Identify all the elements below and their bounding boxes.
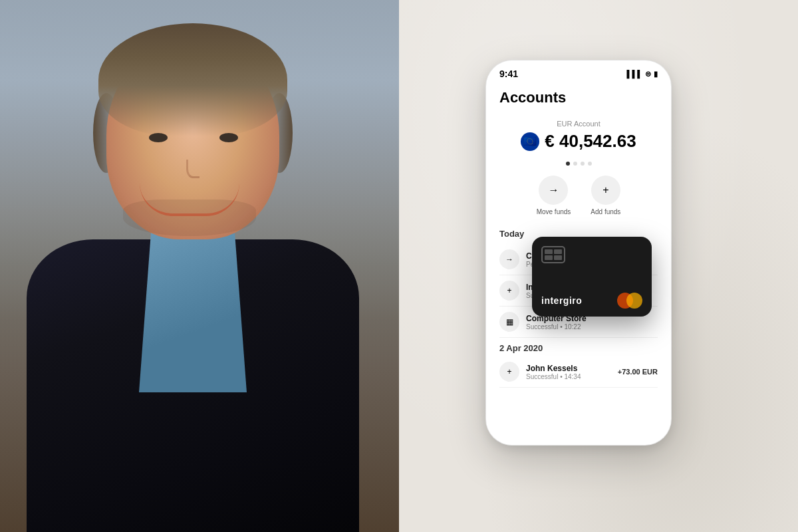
payment-card: intergiro [532, 237, 652, 317]
eur-amount-row: 🇪🇺 € 40,542.63 [499, 131, 658, 152]
card-chip-icon [541, 246, 565, 263]
signal-icon: ▌▌▌ [627, 70, 642, 78]
battery-icon: ▮ [654, 70, 658, 78]
right-section: 9:41 ▌▌▌ ⊜ ▮ Accounts EUR Account 🇪🇺 € 4… [399, 0, 798, 532]
tx-icon-old: + [499, 362, 519, 382]
eu-flag-icon: 🇪🇺 [521, 132, 539, 151]
eur-account-label: EUR Account [499, 120, 658, 128]
status-time: 9:41 [499, 68, 518, 79]
dot-3 [581, 162, 585, 166]
add-funds-label: Add funds [591, 208, 620, 215]
add-funds-button[interactable]: + Add funds [591, 176, 620, 215]
dot-4 [588, 162, 592, 166]
tx-icon-2: + [499, 281, 519, 301]
tx-icon-3: ▦ [499, 312, 519, 332]
date-label: 2 Apr 2020 [499, 343, 658, 353]
card-brand-label: intergiro [541, 295, 582, 306]
status-icons: ▌▌▌ ⊜ ▮ [627, 70, 658, 78]
tx-status-3: Successful • 10:22 [526, 323, 658, 331]
move-funds-button[interactable]: → Move funds [537, 176, 571, 215]
hair-top [98, 23, 287, 136]
move-funds-label: Move funds [537, 208, 571, 215]
add-funds-icon: + [591, 176, 620, 205]
wifi-icon: ⊜ [645, 70, 651, 78]
transaction-item-old[interactable]: + John Kessels Successful • 14:34 +73.00… [499, 356, 658, 388]
mastercard-logo [617, 293, 642, 309]
tx-name-old: John Kessels [526, 364, 611, 373]
eye-left [149, 133, 168, 142]
dot-2 [573, 162, 577, 166]
photo-section [0, 0, 399, 532]
eye-right [219, 133, 238, 142]
accounts-title: Accounts [499, 89, 658, 106]
tx-amount-old: +73.00 EUR [618, 368, 658, 376]
tx-status-old: Successful • 14:34 [526, 373, 611, 380]
card-bottom: intergiro [541, 293, 642, 309]
mc-circle-right [626, 293, 642, 309]
action-buttons: → Move funds + Add funds [499, 176, 658, 215]
phone-container: 9:41 ▌▌▌ ⊜ ▮ Accounts EUR Account 🇪🇺 € 4… [485, 60, 672, 446]
tx-info-old: John Kessels Successful • 14:34 [526, 364, 611, 380]
move-funds-icon: → [539, 176, 568, 205]
eur-account-section: EUR Account 🇪🇺 € 40,542.63 [499, 120, 658, 152]
dot-1 [566, 162, 570, 166]
phone-status-bar: 9:41 ▌▌▌ ⊜ ▮ [486, 61, 671, 82]
shirt [133, 233, 253, 392]
nose [186, 160, 200, 178]
tx-icon-1: → [499, 249, 519, 269]
eur-amount: € 40,542.63 [545, 131, 636, 152]
dots-indicator [499, 162, 658, 166]
